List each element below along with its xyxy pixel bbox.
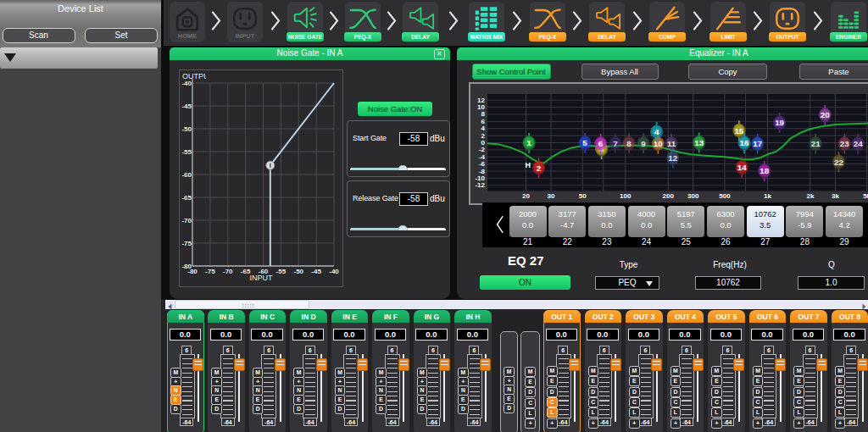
- channel-strip-out-5[interactable]: OUT 50.06-64MEDCL+: [708, 310, 745, 432]
- channel-value[interactable]: 0.0: [546, 329, 578, 341]
- channel-button-e[interactable]: E: [711, 376, 722, 386]
- device-dropdown[interactable]: [0, 47, 158, 69]
- fader-handle[interactable]: [816, 358, 827, 371]
- toolbar-block-peq-x-out[interactable]: PEQ-X: [530, 2, 565, 43]
- channel-strip-out-1[interactable]: OUT 10.06-64MEDCL+: [543, 310, 581, 432]
- channel-strip-out-7[interactable]: OUT 70.06-64MEDCL+: [790, 310, 827, 432]
- fader-handle[interactable]: [439, 358, 450, 371]
- channel-value[interactable]: 0.0: [833, 329, 865, 341]
- fader-handle[interactable]: [775, 358, 786, 371]
- channel-value[interactable]: 0.0: [710, 329, 743, 341]
- channel-button-c[interactable]: C: [629, 397, 640, 407]
- channel-button-e[interactable]: E: [835, 376, 846, 386]
- channel-button-l[interactable]: L: [793, 407, 804, 418]
- channel-button-c[interactable]: C: [547, 397, 558, 407]
- channel-button-d[interactable]: D: [670, 387, 682, 397]
- channel-strip-in-c[interactable]: IN C0.06-64M+NED: [249, 310, 287, 432]
- noise-gate-plot[interactable]: [180, 70, 342, 286]
- toolbar-block-peq-x[interactable]: PEQ-X: [345, 2, 381, 43]
- channel-button-e[interactable]: E: [547, 376, 558, 386]
- mixer-scrollbar[interactable]: [165, 300, 868, 310]
- channel-button-plus[interactable]: +: [588, 418, 599, 429]
- channel-button-plus[interactable]: +: [835, 418, 846, 429]
- channel-button-l[interactable]: L: [629, 407, 640, 418]
- channel-button-plus[interactable]: +: [629, 418, 640, 429]
- channel-button-plus[interactable]: +: [753, 418, 764, 429]
- bus-button-d[interactable]: D: [525, 387, 536, 397]
- q-input[interactable]: 1.0: [798, 276, 865, 290]
- channel-button-m[interactable]: M: [670, 366, 682, 376]
- channel-button-d[interactable]: D: [335, 404, 346, 414]
- toolbar-block-home[interactable]: HOME: [170, 2, 205, 43]
- channel-strip-out-2[interactable]: OUT 20.06-64MEDCL+: [585, 310, 622, 432]
- channel-button-plus[interactable]: +: [547, 418, 558, 429]
- input-master-panel[interactable]: M+NED: [500, 331, 519, 432]
- eq-band-cell-29[interactable]: 143404.2: [826, 206, 863, 237]
- channel-value[interactable]: 0.0: [587, 329, 619, 341]
- toolbar-block-delay-out[interactable]: DELAY: [589, 2, 625, 43]
- fader-handle[interactable]: [480, 358, 491, 371]
- eq-button-paste[interactable]: Paste: [799, 64, 868, 80]
- channel-button-d[interactable]: D: [547, 387, 558, 397]
- channel-button-l[interactable]: L: [547, 407, 558, 418]
- channel-button-c[interactable]: C: [835, 397, 846, 407]
- close-icon[interactable]: ✕: [434, 49, 445, 59]
- channel-button-l[interactable]: L: [670, 407, 682, 418]
- bus-button-plus[interactable]: +: [525, 418, 536, 429]
- bus-button-l[interactable]: L: [525, 408, 536, 418]
- toolbar-block-comp-out[interactable]: COMP: [649, 2, 685, 43]
- noise-gate-on-button[interactable]: Noise Gate:ON: [358, 102, 432, 116]
- channel-button-plus[interactable]: +: [711, 418, 722, 429]
- channel-button-c[interactable]: C: [711, 397, 722, 407]
- start-gate-slider[interactable]: [350, 165, 446, 170]
- channel-button-c[interactable]: C: [588, 397, 599, 407]
- fader-handle[interactable]: [234, 358, 245, 371]
- channel-value[interactable]: 0.0: [210, 329, 242, 341]
- channel-button-d[interactable]: D: [793, 387, 804, 397]
- freq-input[interactable]: 10762: [695, 276, 761, 290]
- noise-gate-titlebar[interactable]: Noise Gate - IN A: [170, 47, 450, 60]
- toolbar-block-input[interactable]: INPUT: [227, 2, 263, 43]
- channel-button-c[interactable]: C: [670, 397, 682, 407]
- channel-button-d[interactable]: D: [835, 387, 846, 397]
- scan-button[interactable]: Scan: [3, 28, 75, 43]
- channel-button-d[interactable]: D: [253, 404, 264, 414]
- scroll-right-arrow-icon[interactable]: [859, 300, 868, 310]
- equalizer-plot[interactable]: H125367891041112131415161718192021222324: [470, 84, 868, 200]
- toolbar-block-matrix-mix[interactable]: MATRIX MIX: [469, 2, 504, 43]
- channel-value[interactable]: 0.0: [415, 329, 448, 341]
- channel-button-l[interactable]: L: [835, 407, 846, 418]
- channel-button-e[interactable]: E: [670, 376, 682, 386]
- eq-band-cell-23[interactable]: 31500.0: [588, 206, 626, 237]
- start-gate-value[interactable]: -58: [399, 132, 428, 146]
- channel-button-e[interactable]: E: [793, 376, 804, 386]
- channel-value[interactable]: 0.0: [170, 329, 202, 341]
- eq-band-cell-25[interactable]: 51975.5: [667, 206, 704, 237]
- channel-button-d[interactable]: D: [753, 387, 764, 397]
- channel-strip-in-f[interactable]: IN F0.06-64M+NED: [372, 310, 409, 432]
- fader-handle[interactable]: [857, 358, 868, 371]
- equalizer-titlebar[interactable]: Equalizer - IN A: [457, 47, 868, 60]
- hp-filter-marker[interactable]: H: [525, 161, 531, 169]
- channel-strip-out-4[interactable]: OUT 40.06-64MEDCL+: [667, 310, 704, 432]
- channel-strip-out-8[interactable]: OUT 80.06-64MEDCL+: [832, 310, 868, 432]
- channel-button-l[interactable]: L: [588, 407, 599, 418]
- channel-value[interactable]: 0.0: [251, 329, 283, 341]
- channel-strip-out-6[interactable]: OUT 60.06-64MEDCL+: [749, 310, 787, 432]
- channel-button-d[interactable]: D: [711, 387, 722, 397]
- eq-band-cell-22[interactable]: 3177-4.7: [548, 206, 586, 237]
- channel-value[interactable]: 0.0: [793, 329, 825, 341]
- channel-button-m[interactable]: M: [629, 366, 640, 376]
- channel-strip-in-d[interactable]: IN D0.06-64M+NED: [290, 310, 327, 432]
- release-gate-slider[interactable]: [350, 225, 446, 230]
- channel-strip-in-h[interactable]: IN H0.06-64M+NED: [454, 310, 492, 432]
- eq-band-cell-24[interactable]: 40000.0: [628, 206, 665, 237]
- release-gate-value[interactable]: -58: [399, 192, 428, 206]
- toolbar-block-noise-gate[interactable]: NOISE GATE: [287, 2, 323, 43]
- channel-value[interactable]: 0.0: [669, 329, 701, 341]
- channel-button-l[interactable]: L: [711, 407, 722, 418]
- bus-button-d[interactable]: D: [504, 403, 515, 413]
- eq-button-show-control-point[interactable]: Show Control Point: [472, 64, 551, 80]
- scrollbar-thumb[interactable]: [175, 300, 310, 309]
- channel-button-d[interactable]: D: [211, 404, 222, 414]
